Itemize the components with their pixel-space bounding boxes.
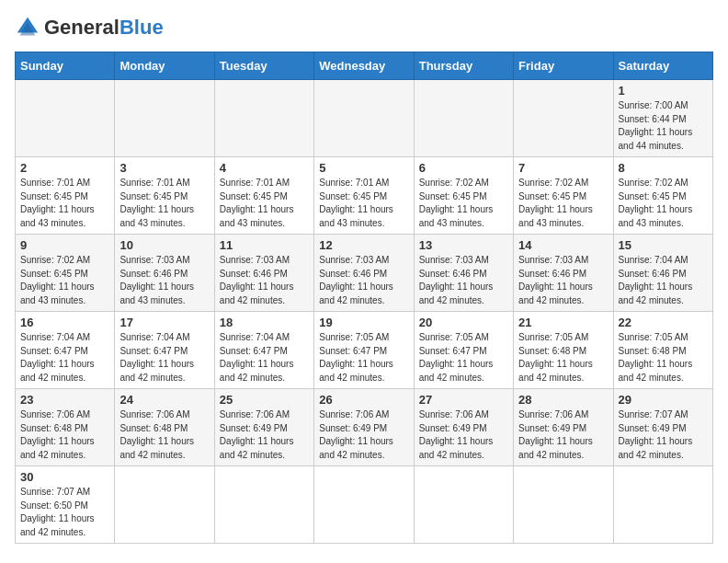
- day-number: 6: [419, 161, 508, 175]
- calendar-cell: 18Sunrise: 7:04 AM Sunset: 6:47 PM Dayli…: [214, 312, 313, 389]
- day-number: 25: [220, 393, 309, 407]
- day-number: 5: [319, 161, 408, 175]
- day-number: 18: [220, 316, 309, 329]
- day-info: Sunrise: 7:03 AM Sunset: 6:46 PM Dayligh…: [119, 254, 209, 307]
- calendar-cell: [16, 80, 115, 157]
- calendar-week-2: 9Sunrise: 7:02 AM Sunset: 6:45 PM Daylig…: [16, 235, 713, 312]
- day-number: 9: [20, 238, 109, 252]
- day-number: 29: [619, 393, 708, 407]
- day-info: Sunrise: 7:06 AM Sunset: 6:48 PM Dayligh…: [20, 408, 109, 462]
- calendar-cell: 29Sunrise: 7:07 AM Sunset: 6:49 PM Dayli…: [613, 389, 712, 466]
- day-info: Sunrise: 7:02 AM Sunset: 6:45 PM Dayligh…: [20, 254, 109, 307]
- weekday-header-thursday: Thursday: [414, 52, 513, 80]
- day-info: Sunrise: 7:06 AM Sunset: 6:49 PM Dayligh…: [419, 408, 508, 462]
- day-info: Sunrise: 7:02 AM Sunset: 6:45 PM Dayligh…: [419, 177, 508, 230]
- calendar-week-0: 1Sunrise: 7:00 AM Sunset: 6:44 PM Daylig…: [16, 80, 713, 157]
- day-number: 3: [119, 161, 209, 175]
- calendar-cell: [414, 80, 513, 157]
- day-number: 27: [419, 393, 508, 407]
- day-info: Sunrise: 7:02 AM Sunset: 6:45 PM Dayligh…: [619, 177, 708, 230]
- day-number: 7: [518, 161, 608, 175]
- day-info: Sunrise: 7:03 AM Sunset: 6:46 PM Dayligh…: [518, 254, 608, 307]
- day-number: 23: [20, 393, 109, 407]
- weekday-row: SundayMondayTuesdayWednesdayThursdayFrid…: [16, 52, 713, 80]
- calendar-cell: 27Sunrise: 7:06 AM Sunset: 6:49 PM Dayli…: [414, 389, 513, 466]
- calendar-cell: 2Sunrise: 7:01 AM Sunset: 6:45 PM Daylig…: [16, 157, 115, 235]
- day-number: 10: [119, 238, 209, 252]
- calendar-cell: 30Sunrise: 7:07 AM Sunset: 6:50 PM Dayli…: [16, 466, 115, 544]
- day-number: 20: [419, 316, 508, 329]
- calendar-cell: [214, 80, 313, 157]
- calendar-cell: 21Sunrise: 7:05 AM Sunset: 6:48 PM Dayli…: [514, 312, 613, 389]
- day-number: 1: [619, 84, 708, 98]
- calendar-cell: [115, 466, 214, 544]
- calendar-cell: 26Sunrise: 7:06 AM Sunset: 6:49 PM Dayli…: [314, 389, 414, 466]
- day-info: Sunrise: 7:05 AM Sunset: 6:47 PM Dayligh…: [319, 331, 408, 385]
- calendar-week-3: 16Sunrise: 7:04 AM Sunset: 6:47 PM Dayli…: [16, 312, 713, 389]
- day-number: 17: [119, 316, 209, 329]
- day-info: Sunrise: 7:04 AM Sunset: 6:47 PM Dayligh…: [119, 331, 209, 385]
- day-info: Sunrise: 7:03 AM Sunset: 6:46 PM Dayligh…: [419, 254, 508, 307]
- calendar-cell: [613, 466, 712, 544]
- day-number: 30: [20, 470, 109, 484]
- calendar-cell: 6Sunrise: 7:02 AM Sunset: 6:45 PM Daylig…: [414, 157, 513, 235]
- day-number: 28: [518, 393, 608, 407]
- page-header: GeneralBlue: [15, 15, 713, 40]
- day-info: Sunrise: 7:05 AM Sunset: 6:48 PM Dayligh…: [518, 331, 608, 385]
- day-info: Sunrise: 7:03 AM Sunset: 6:46 PM Dayligh…: [319, 254, 408, 307]
- weekday-header-monday: Monday: [115, 52, 214, 80]
- calendar-cell: [514, 80, 613, 157]
- calendar-cell: 11Sunrise: 7:03 AM Sunset: 6:46 PM Dayli…: [214, 235, 313, 312]
- weekday-header-sunday: Sunday: [16, 52, 115, 80]
- calendar-cell: 1Sunrise: 7:00 AM Sunset: 6:44 PM Daylig…: [613, 80, 712, 157]
- day-number: 26: [319, 393, 408, 407]
- calendar-cell: [314, 466, 414, 544]
- calendar-cell: [514, 466, 613, 544]
- calendar-cell: 19Sunrise: 7:05 AM Sunset: 6:47 PM Dayli…: [314, 312, 414, 389]
- day-number: 19: [319, 316, 408, 329]
- day-number: 24: [119, 393, 209, 407]
- calendar-cell: [314, 80, 414, 157]
- day-number: 2: [20, 161, 109, 175]
- calendar-cell: 17Sunrise: 7:04 AM Sunset: 6:47 PM Dayli…: [115, 312, 214, 389]
- calendar-cell: 28Sunrise: 7:06 AM Sunset: 6:49 PM Dayli…: [514, 389, 613, 466]
- weekday-header-saturday: Saturday: [613, 52, 712, 80]
- calendar-cell: 10Sunrise: 7:03 AM Sunset: 6:46 PM Dayli…: [115, 235, 214, 312]
- calendar-cell: [115, 80, 214, 157]
- day-info: Sunrise: 7:03 AM Sunset: 6:46 PM Dayligh…: [220, 254, 309, 307]
- calendar-cell: [414, 466, 513, 544]
- logo-icon: [15, 15, 40, 40]
- day-number: 14: [518, 238, 608, 252]
- calendar-table: SundayMondayTuesdayWednesdayThursdayFrid…: [15, 52, 713, 544]
- calendar-cell: 12Sunrise: 7:03 AM Sunset: 6:46 PM Dayli…: [314, 235, 414, 312]
- calendar-cell: 5Sunrise: 7:01 AM Sunset: 6:45 PM Daylig…: [314, 157, 414, 235]
- day-number: 13: [419, 238, 508, 252]
- calendar-cell: 7Sunrise: 7:02 AM Sunset: 6:45 PM Daylig…: [514, 157, 613, 235]
- calendar-cell: 16Sunrise: 7:04 AM Sunset: 6:47 PM Dayli…: [16, 312, 115, 389]
- day-number: 11: [220, 238, 309, 252]
- calendar-cell: 13Sunrise: 7:03 AM Sunset: 6:46 PM Dayli…: [414, 235, 513, 312]
- weekday-header-wednesday: Wednesday: [314, 52, 414, 80]
- day-info: Sunrise: 7:02 AM Sunset: 6:45 PM Dayligh…: [518, 177, 608, 230]
- calendar-week-4: 23Sunrise: 7:06 AM Sunset: 6:48 PM Dayli…: [16, 389, 713, 466]
- day-info: Sunrise: 7:07 AM Sunset: 6:49 PM Dayligh…: [619, 408, 708, 462]
- day-info: Sunrise: 7:06 AM Sunset: 6:49 PM Dayligh…: [319, 408, 408, 462]
- weekday-header-tuesday: Tuesday: [214, 52, 313, 80]
- day-info: Sunrise: 7:01 AM Sunset: 6:45 PM Dayligh…: [220, 177, 309, 230]
- weekday-header-friday: Friday: [514, 52, 613, 80]
- calendar-cell: 4Sunrise: 7:01 AM Sunset: 6:45 PM Daylig…: [214, 157, 313, 235]
- calendar-cell: 15Sunrise: 7:04 AM Sunset: 6:46 PM Dayli…: [613, 235, 712, 312]
- calendar-cell: 8Sunrise: 7:02 AM Sunset: 6:45 PM Daylig…: [613, 157, 712, 235]
- day-info: Sunrise: 7:01 AM Sunset: 6:45 PM Dayligh…: [319, 177, 408, 230]
- day-info: Sunrise: 7:00 AM Sunset: 6:44 PM Dayligh…: [619, 99, 708, 153]
- calendar-cell: 25Sunrise: 7:06 AM Sunset: 6:49 PM Dayli…: [214, 389, 313, 466]
- logo-text: GeneralBlue: [44, 17, 164, 38]
- day-number: 8: [619, 161, 708, 175]
- calendar-cell: 22Sunrise: 7:05 AM Sunset: 6:48 PM Dayli…: [613, 312, 712, 389]
- day-number: 21: [518, 316, 608, 329]
- day-info: Sunrise: 7:06 AM Sunset: 6:49 PM Dayligh…: [518, 408, 608, 462]
- day-info: Sunrise: 7:07 AM Sunset: 6:50 PM Dayligh…: [20, 486, 109, 539]
- day-info: Sunrise: 7:05 AM Sunset: 6:48 PM Dayligh…: [619, 331, 708, 385]
- day-info: Sunrise: 7:04 AM Sunset: 6:47 PM Dayligh…: [220, 331, 309, 385]
- day-number: 4: [220, 161, 309, 175]
